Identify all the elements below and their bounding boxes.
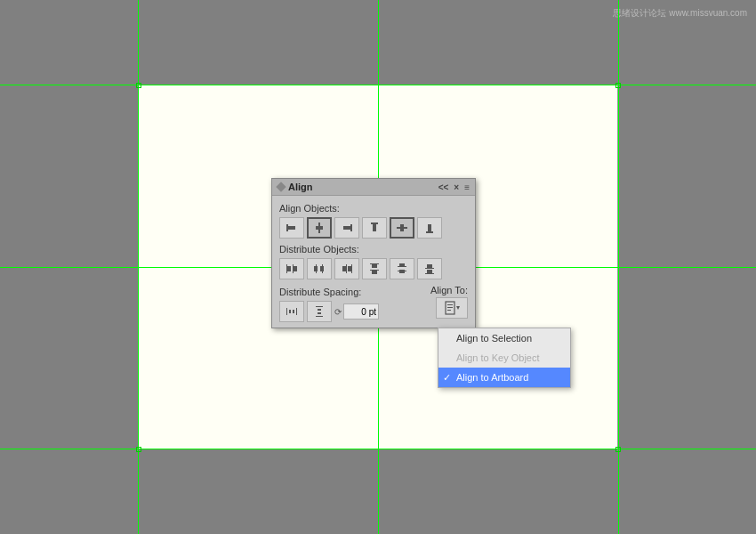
corner-handle-bl (136, 447, 141, 452)
svg-rect-24 (370, 263, 379, 264)
svg-rect-41 (316, 316, 323, 317)
svg-rect-20 (346, 264, 347, 273)
align-panel: Align << × ≡ Align Objects: (271, 178, 476, 328)
align-to-label: Align To: (430, 285, 468, 295)
align-objects-row (279, 217, 468, 239)
svg-rect-38 (289, 310, 291, 313)
panel-title: Align (288, 182, 313, 192)
svg-rect-10 (426, 231, 433, 233)
svg-rect-40 (316, 306, 323, 307)
align-to-dropdown-btn[interactable] (436, 297, 468, 319)
svg-rect-3 (316, 226, 323, 230)
svg-rect-13 (287, 266, 291, 271)
distribute-h-spacing-btn[interactable] (279, 301, 304, 322)
bottom-section: Distribute Spacing: ⟳ (279, 285, 468, 322)
svg-rect-5 (343, 226, 350, 230)
panel-title-left: Align (277, 182, 313, 192)
spin-icon: ⟳ (334, 307, 342, 317)
svg-rect-26 (370, 270, 379, 271)
align-center-v-btn[interactable] (390, 217, 414, 239)
distribute-v-spacing-btn[interactable] (307, 301, 332, 322)
svg-rect-9 (400, 224, 404, 231)
spacing-input-group: ⟳ (334, 303, 379, 320)
svg-rect-17 (314, 266, 318, 271)
svg-rect-29 (399, 263, 405, 267)
corner-handle-tl (136, 83, 141, 88)
distribute-spacing-label: Distribute Spacing: (279, 287, 379, 297)
dropdown-item-align-to-key-object[interactable]: Align to Key Object (438, 348, 570, 368)
svg-rect-25 (372, 264, 377, 268)
svg-rect-12 (286, 264, 287, 273)
distribute-top-btn[interactable] (362, 258, 387, 279)
align-right-btn[interactable] (334, 217, 359, 239)
svg-rect-22 (351, 264, 352, 273)
panel-close-btn[interactable]: × (454, 182, 459, 192)
panel-title-controls: << × ≡ (438, 182, 470, 192)
svg-rect-37 (296, 308, 297, 315)
align-to-dropdown-menu: Align to Selection Align to Key Object A… (438, 328, 571, 388)
panel-menu-btn[interactable]: ≡ (464, 182, 470, 192)
panel-titlebar: Align << × ≡ (272, 179, 475, 196)
svg-rect-36 (286, 308, 287, 315)
align-center-h-btn[interactable] (307, 217, 332, 239)
panel-body: Align Objects: (272, 196, 475, 328)
svg-rect-33 (427, 264, 432, 268)
distribute-center-v-btn[interactable] (390, 258, 414, 279)
svg-rect-4 (350, 224, 352, 231)
svg-rect-27 (372, 271, 377, 274)
dropdown-item-align-to-selection[interactable]: Align to Selection (438, 328, 570, 348)
svg-marker-48 (456, 306, 460, 310)
panel-collapse-btn[interactable]: << (438, 182, 449, 192)
align-top-btn[interactable] (362, 217, 387, 239)
distribute-objects-row (279, 258, 468, 279)
svg-rect-19 (320, 266, 324, 271)
svg-rect-11 (428, 224, 431, 231)
svg-rect-35 (427, 270, 432, 273)
svg-rect-14 (293, 264, 294, 273)
svg-rect-46 (447, 307, 453, 308)
svg-rect-6 (371, 222, 378, 224)
align-bottom-btn[interactable] (417, 217, 442, 239)
distribute-center-h-btn[interactable] (307, 258, 332, 279)
svg-rect-31 (399, 270, 405, 273)
align-left-btn[interactable] (279, 217, 304, 239)
svg-rect-21 (342, 266, 346, 271)
svg-rect-47 (447, 310, 451, 311)
corner-handle-br (615, 447, 621, 452)
canvas: 思绪设计论坛 www.missvuan.com Align << × ≡ Ali… (0, 0, 756, 534)
svg-rect-1 (288, 226, 295, 230)
svg-rect-42 (318, 309, 321, 311)
svg-rect-7 (373, 224, 376, 231)
panel-icon (276, 182, 286, 191)
distribute-left-btn[interactable] (279, 258, 304, 279)
distribute-spacing-section: Distribute Spacing: ⟳ (279, 285, 379, 322)
svg-rect-45 (447, 304, 453, 305)
align-to-section: Align To: (430, 285, 468, 319)
align-objects-label: Align Objects: (279, 203, 468, 214)
svg-rect-43 (318, 312, 321, 314)
svg-rect-15 (294, 266, 297, 271)
svg-rect-34 (425, 273, 434, 274)
distribute-objects-label: Distribute Objects: (279, 244, 468, 255)
svg-rect-23 (348, 266, 351, 271)
corner-handle-tr (615, 83, 621, 88)
svg-rect-39 (293, 310, 294, 313)
dropdown-item-align-to-artboard[interactable]: Align to Artboard (438, 368, 570, 387)
spacing-input[interactable] (343, 303, 379, 320)
svg-rect-0 (286, 224, 288, 231)
distribute-right-btn[interactable] (334, 258, 359, 279)
svg-rect-32 (425, 268, 434, 269)
watermark: 思绪设计论坛 www.missvuan.com (613, 7, 747, 20)
distribute-bottom-btn[interactable] (417, 258, 442, 279)
